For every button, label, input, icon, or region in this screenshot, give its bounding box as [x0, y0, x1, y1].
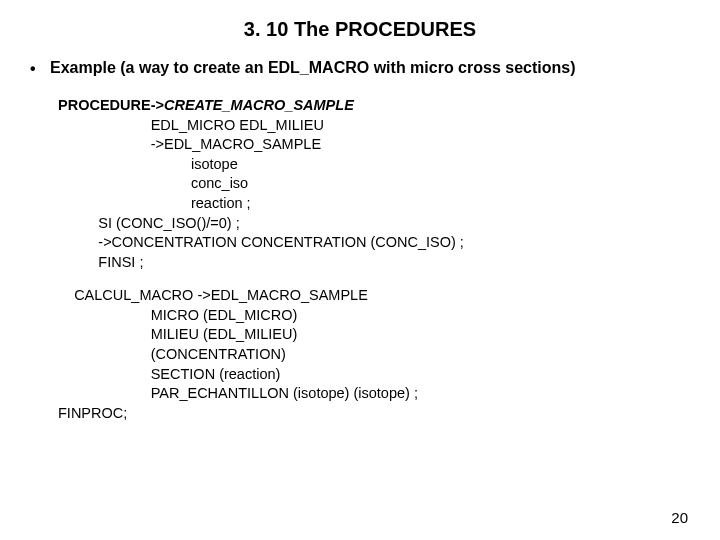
procedure-keyword: PROCEDURE-> — [58, 97, 164, 113]
bullet-dot: • — [30, 59, 50, 78]
code-line: ->EDL_MACRO_SAMPLE — [151, 136, 321, 152]
code-line: FINSI ; — [98, 254, 143, 270]
code-line: isotope — [191, 156, 238, 172]
code-line: MILIEU (EDL_MILIEU) — [151, 326, 298, 342]
code-line: PAR_ECHANTILLON (isotope) (isotope) ; — [151, 385, 418, 401]
code-line: ->CONCENTRATION CONCENTRATION (CONC_ISO)… — [98, 234, 464, 250]
code-line: SI (CONC_ISO()/=0) ; — [98, 215, 239, 231]
bullet-item: • Example (a way to create an EDL_MACRO … — [30, 59, 690, 78]
code-line: FINPROC; — [58, 405, 127, 421]
code-line: conc_iso — [191, 175, 248, 191]
code-line: (CONCENTRATION) — [151, 346, 286, 362]
code-line: CALCUL_MACRO ->EDL_MACRO_SAMPLE — [74, 287, 368, 303]
code-block-1: PROCEDURE->CREATE_MACRO_SAMPLE EDL_MICRO… — [58, 96, 690, 272]
code-line: MICRO (EDL_MICRO) — [151, 307, 298, 323]
page-number: 20 — [671, 509, 688, 526]
procedure-name: CREATE_MACRO_SAMPLE — [164, 97, 354, 113]
slide: 3. 10 The PROCEDURES • Example (a way to… — [0, 0, 720, 540]
page-title: 3. 10 The PROCEDURES — [30, 18, 690, 41]
code-line: SECTION (reaction) — [151, 366, 281, 382]
code-block-2: CALCUL_MACRO ->EDL_MACRO_SAMPLE MICRO (E… — [58, 286, 690, 423]
code-line: reaction ; — [191, 195, 251, 211]
bullet-text: Example (a way to create an EDL_MACRO wi… — [50, 59, 690, 77]
code-line: EDL_MICRO EDL_MILIEU — [151, 117, 324, 133]
